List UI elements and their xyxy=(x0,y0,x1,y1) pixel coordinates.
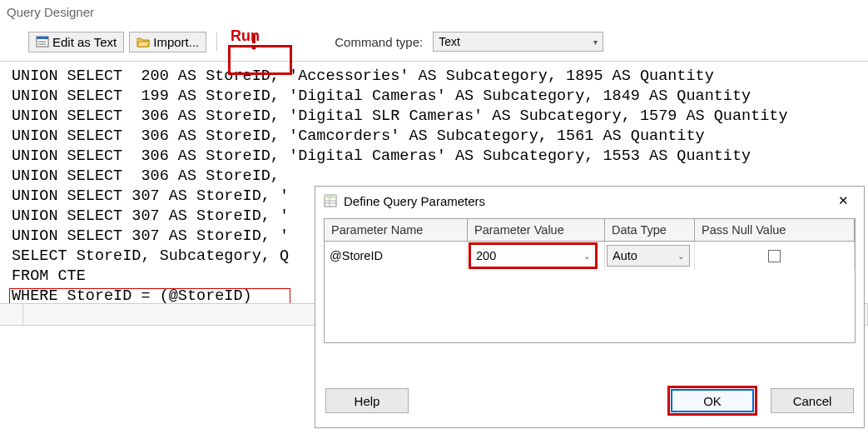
edit-as-text-button[interactable]: Edit as Text xyxy=(28,32,124,52)
command-type-label: Command type: xyxy=(335,35,423,49)
dialog-titlebar: Define Query Parameters ✕ xyxy=(315,187,864,215)
data-type-text: Auto xyxy=(613,249,637,262)
col-parameter-name: Parameter Name xyxy=(325,219,468,242)
cancel-button[interactable]: Cancel xyxy=(771,388,854,413)
col-parameter-value: Parameter Value xyxy=(468,219,605,242)
edit-as-text-label: Edit as Text xyxy=(52,35,117,49)
data-type-select[interactable]: Auto ⌄ xyxy=(607,245,690,267)
chevron-down-icon: ⌄ xyxy=(677,252,684,261)
parameter-table: Parameter Name Parameter Value Data Type… xyxy=(324,218,856,343)
parameter-value-text: 200 xyxy=(476,249,496,262)
parameter-table-header: Parameter Name Parameter Value Data Type… xyxy=(325,219,855,242)
toolbar: Edit as Text Import... Command type: Tex… xyxy=(0,27,868,62)
folder-open-icon xyxy=(136,35,150,48)
define-query-parameters-dialog: Define Query Parameters ✕ Parameter Name… xyxy=(315,186,865,428)
pass-null-checkbox[interactable] xyxy=(768,250,781,262)
col-pass-null: Pass Null Value xyxy=(695,219,855,242)
parameter-value-input[interactable]: 200 ⌄ xyxy=(469,242,598,269)
edit-text-icon xyxy=(36,35,49,48)
import-label: Import... xyxy=(153,35,199,49)
chevron-down-icon: ▾ xyxy=(593,37,598,47)
command-type-value: Text xyxy=(439,35,460,48)
svg-rect-1 xyxy=(37,37,48,39)
parameter-name-cell: @StoreID xyxy=(325,242,468,270)
dialog-title-text: Define Query Parameters xyxy=(344,194,485,208)
chevron-down-icon: ⌄ xyxy=(583,252,590,261)
parameters-icon xyxy=(324,194,337,207)
toolbar-separator xyxy=(216,32,217,51)
ok-button[interactable]: OK xyxy=(671,389,754,412)
import-button[interactable]: Import... xyxy=(129,32,206,52)
grid-corner-cell xyxy=(0,304,23,326)
window-title: Query Designer xyxy=(0,0,868,27)
svg-rect-7 xyxy=(325,195,336,198)
help-button[interactable]: Help xyxy=(325,388,409,413)
ok-highlight: OK xyxy=(667,386,757,416)
run-annotation-label: Run xyxy=(231,27,260,45)
col-data-type: Data Type xyxy=(605,219,695,242)
dialog-button-row: Help OK Cancel xyxy=(315,377,864,427)
command-type-select[interactable]: Text ▾ xyxy=(433,32,603,52)
svg-point-5 xyxy=(251,46,255,50)
parameter-row: @StoreID 200 ⌄ Auto ⌄ xyxy=(325,242,855,270)
close-icon[interactable]: ✕ xyxy=(831,192,856,210)
